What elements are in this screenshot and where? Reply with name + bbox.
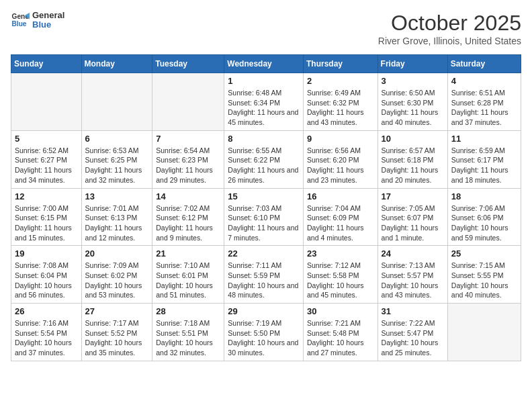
sunrise-label: Sunrise: 7:13 AM: [382, 261, 435, 269]
sunrise-label: Sunrise: 7:18 AM: [156, 319, 210, 327]
calendar-cell: [447, 304, 521, 361]
day-info: Sunrise: 7:13 AM Sunset: 5:57 PM Dayligh…: [382, 261, 444, 300]
calendar-cell: 14 Sunrise: 7:02 AM Sunset: 6:12 PM Dayl…: [152, 188, 224, 246]
sunset-label: Sunset: 6:23 PM: [156, 156, 208, 164]
day-number: 28: [156, 306, 220, 316]
calendar-cell: [11, 73, 82, 131]
sunrise-label: Sunrise: 7:17 AM: [85, 319, 139, 327]
day-number: 15: [228, 191, 300, 201]
sunrise-label: Sunrise: 7:00 AM: [15, 204, 69, 212]
sunrise-label: Sunrise: 7:01 AM: [85, 204, 139, 212]
sunset-label: Sunset: 5:55 PM: [451, 271, 504, 279]
title-area: October 2025 River Grove, Illinois, Unit…: [378, 11, 521, 46]
day-info: Sunrise: 7:18 AM Sunset: 5:51 PM Dayligh…: [156, 318, 220, 358]
day-number: 26: [15, 306, 78, 316]
day-info: Sunrise: 7:19 AM Sunset: 5:50 PM Dayligh…: [228, 318, 300, 358]
calendar-cell: 21 Sunrise: 7:10 AM Sunset: 6:01 PM Dayl…: [152, 246, 224, 304]
calendar-cell: 4 Sunrise: 6:51 AM Sunset: 6:28 PM Dayli…: [447, 73, 521, 131]
logo: General Blue General Blue: [11, 11, 64, 30]
daylight-label: Daylight: 11 hours and 1 minute.: [382, 224, 439, 242]
day-info: Sunrise: 7:22 AM Sunset: 5:47 PM Dayligh…: [382, 318, 444, 358]
calendar-cell: 8 Sunrise: 6:55 AM Sunset: 6:22 PM Dayli…: [224, 130, 304, 188]
sunset-label: Sunset: 6:20 PM: [307, 156, 359, 164]
day-number: 10: [382, 134, 444, 144]
sunset-label: Sunset: 6:01 PM: [156, 271, 208, 279]
daylight-label: Daylight: 11 hours and 18 minutes.: [451, 166, 508, 184]
sunrise-label: Sunrise: 6:51 AM: [451, 89, 505, 97]
day-number: 1: [228, 76, 300, 86]
sunset-label: Sunset: 5:48 PM: [307, 329, 359, 337]
sunrise-label: Sunrise: 7:09 AM: [85, 261, 139, 269]
day-info: Sunrise: 7:00 AM Sunset: 6:15 PM Dayligh…: [15, 203, 78, 243]
day-info: Sunrise: 7:04 AM Sunset: 6:09 PM Dayligh…: [307, 203, 374, 243]
day-number: 9: [307, 134, 374, 144]
sunset-label: Sunset: 6:34 PM: [228, 99, 280, 107]
calendar-table: SundayMondayTuesdayWednesdayThursdayFrid…: [11, 54, 521, 361]
daylight-label: Daylight: 11 hours and 23 minutes.: [307, 166, 364, 184]
calendar-cell: 7 Sunrise: 6:54 AM Sunset: 6:23 PM Dayli…: [152, 130, 224, 188]
sunset-label: Sunset: 6:30 PM: [382, 99, 434, 107]
sunrise-label: Sunrise: 7:16 AM: [15, 319, 69, 327]
sunset-label: Sunset: 6:25 PM: [85, 156, 138, 164]
logo-text: General Blue: [32, 11, 64, 30]
sunrise-label: Sunrise: 7:19 AM: [228, 319, 281, 327]
calendar-cell: 2 Sunrise: 6:49 AM Sunset: 6:32 PM Dayli…: [303, 73, 378, 131]
sunrise-label: Sunrise: 7:05 AM: [382, 204, 435, 212]
calendar-week-2: 5 Sunrise: 6:52 AM Sunset: 6:27 PM Dayli…: [11, 130, 521, 188]
calendar-header-row: SundayMondayTuesdayWednesdayThursdayFrid…: [11, 55, 521, 73]
daylight-label: Daylight: 11 hours and 7 minutes.: [228, 224, 298, 242]
day-info: Sunrise: 7:15 AM Sunset: 5:55 PM Dayligh…: [451, 261, 517, 300]
sunrise-label: Sunrise: 7:08 AM: [15, 261, 69, 269]
sunset-label: Sunset: 5:54 PM: [15, 329, 67, 337]
day-number: 18: [451, 191, 517, 201]
sunset-label: Sunset: 6:18 PM: [382, 156, 434, 164]
calendar-cell: 9 Sunrise: 6:56 AM Sunset: 6:20 PM Dayli…: [303, 130, 378, 188]
daylight-label: Daylight: 11 hours and 45 minutes.: [228, 108, 298, 126]
daylight-label: Daylight: 11 hours and 9 minutes.: [156, 224, 213, 242]
day-number: 4: [451, 76, 517, 86]
sunset-label: Sunset: 6:06 PM: [451, 214, 504, 222]
day-info: Sunrise: 6:51 AM Sunset: 6:28 PM Dayligh…: [451, 88, 517, 128]
sunset-label: Sunset: 6:07 PM: [382, 214, 434, 222]
calendar-cell: 11 Sunrise: 6:59 AM Sunset: 6:17 PM Dayl…: [447, 130, 521, 188]
day-info: Sunrise: 6:52 AM Sunset: 6:27 PM Dayligh…: [15, 146, 78, 185]
calendar-cell: 27 Sunrise: 7:17 AM Sunset: 5:52 PM Dayl…: [81, 304, 152, 361]
day-number: 14: [156, 191, 220, 201]
sunset-label: Sunset: 5:58 PM: [307, 271, 359, 279]
calendar-week-4: 19 Sunrise: 7:08 AM Sunset: 6:04 PM Dayl…: [11, 246, 521, 304]
sunset-label: Sunset: 5:52 PM: [85, 329, 138, 337]
day-info: Sunrise: 6:54 AM Sunset: 6:23 PM Dayligh…: [156, 146, 220, 185]
daylight-label: Daylight: 11 hours and 20 minutes.: [382, 166, 439, 184]
day-info: Sunrise: 6:53 AM Sunset: 6:25 PM Dayligh…: [85, 146, 149, 185]
day-number: 27: [85, 306, 149, 316]
sunset-label: Sunset: 5:57 PM: [382, 271, 434, 279]
header-wednesday: Wednesday: [224, 55, 304, 73]
day-number: 13: [85, 191, 149, 201]
month-title: October 2025: [378, 11, 521, 36]
calendar-week-5: 26 Sunrise: 7:16 AM Sunset: 5:54 PM Dayl…: [11, 304, 521, 361]
sunset-label: Sunset: 6:22 PM: [228, 156, 280, 164]
daylight-label: Daylight: 10 hours and 27 minutes.: [307, 338, 364, 357]
sunset-label: Sunset: 6:12 PM: [156, 214, 208, 222]
daylight-label: Daylight: 11 hours and 26 minutes.: [228, 166, 298, 184]
day-info: Sunrise: 6:48 AM Sunset: 6:34 PM Dayligh…: [228, 88, 300, 128]
day-info: Sunrise: 6:49 AM Sunset: 6:32 PM Dayligh…: [307, 88, 374, 128]
calendar-cell: 10 Sunrise: 6:57 AM Sunset: 6:18 PM Dayl…: [378, 130, 447, 188]
daylight-label: Daylight: 10 hours and 37 minutes.: [15, 338, 72, 357]
sunset-label: Sunset: 6:32 PM: [307, 99, 359, 107]
day-number: 19: [15, 248, 78, 259]
day-info: Sunrise: 7:17 AM Sunset: 5:52 PM Dayligh…: [85, 318, 149, 358]
daylight-label: Daylight: 10 hours and 30 minutes.: [228, 338, 298, 357]
calendar-cell: 1 Sunrise: 6:48 AM Sunset: 6:34 PM Dayli…: [224, 73, 304, 131]
sunrise-label: Sunrise: 7:15 AM: [451, 261, 505, 269]
calendar-cell: 17 Sunrise: 7:05 AM Sunset: 6:07 PM Dayl…: [378, 188, 447, 246]
daylight-label: Daylight: 11 hours and 4 minutes.: [307, 224, 364, 242]
calendar-cell: 26 Sunrise: 7:16 AM Sunset: 5:54 PM Dayl…: [11, 304, 82, 361]
sunset-label: Sunset: 5:50 PM: [228, 329, 280, 337]
sunset-label: Sunset: 6:28 PM: [451, 99, 504, 107]
calendar-cell: 12 Sunrise: 7:00 AM Sunset: 6:15 PM Dayl…: [11, 188, 82, 246]
sunrise-label: Sunrise: 6:55 AM: [228, 146, 281, 154]
calendar-cell: [152, 73, 224, 131]
calendar-week-3: 12 Sunrise: 7:00 AM Sunset: 6:15 PM Dayl…: [11, 188, 521, 246]
sunrise-label: Sunrise: 7:02 AM: [156, 204, 210, 212]
